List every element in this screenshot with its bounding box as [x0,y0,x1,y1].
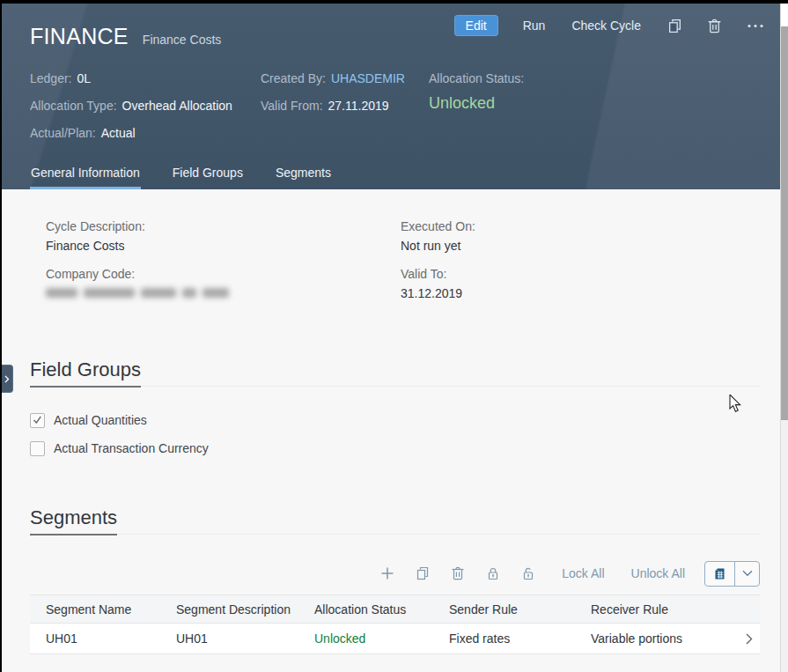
anchor-bar: General Information Field Groups Segment… [30,160,363,189]
table-view-settings-button [704,561,760,587]
edit-button[interactable]: Edit [454,15,498,36]
side-panel-expander[interactable] [2,365,13,393]
page-title: FINANCE [30,23,129,49]
scrollbar-thumb[interactable] [781,26,788,420]
page-subtitle: Finance Costs [143,33,221,47]
chevron-right-icon [4,375,10,383]
general-information-section: Cycle Description: Finance Costs Company… [46,219,475,314]
unlock-icon[interactable] [521,566,535,580]
header-actions: Edit Run Check Cycle [454,15,764,36]
segments-title: Segments [30,505,117,535]
segments-table: Segment Name Segment Description Allocat… [30,594,760,654]
segments-header: Segments [30,505,760,535]
run-button[interactable]: Run [521,15,548,36]
page-content: Cycle Description: Finance Costs Company… [2,189,780,672]
tab-general-information[interactable]: General Information [30,160,141,189]
check-cycle-button[interactable]: Check Cycle [570,15,643,36]
header-facts: Ledger:0L Allocation Type:Overhead Alloc… [30,72,524,154]
checkbox-actual-quantities[interactable]: Actual Quantities [30,413,760,427]
column-header-sender-rule[interactable]: Sender Rule [449,602,591,617]
facts-column-3: Allocation Status: Unlocked [429,72,524,154]
tab-segments[interactable]: Segments [275,160,332,189]
column-header-allocation-status[interactable]: Allocation Status [314,602,449,617]
company-code-field: Company Code: [46,267,401,298]
facts-column-2: Created By:UHASDEMIR Valid From:27.11.20… [261,72,429,154]
object-page-header: FINANCE Finance Costs Edit Run Check Cyc… [2,4,780,189]
field-groups-section: Field Groups Actual Quantities Actual Tr… [30,357,760,469]
screen-edge-top [0,0,788,4]
table-row[interactable]: UH01 UH01 Unlocked Fixed rates Variable … [30,624,760,654]
segments-toolbar: Lock All Unlock All [30,556,760,591]
gi-right-column: Executed On: Not run yet Valid To: 31.12… [401,219,475,314]
column-header-segment-description[interactable]: Segment Description [176,602,314,617]
copy-icon[interactable] [667,18,682,33]
overflow-menu-icon[interactable] [747,18,764,33]
fact-ledger: Ledger:0L [30,72,261,85]
cell-allocation-status: Unlocked [314,631,449,646]
fact-allocation-type: Allocation Type:Overhead Allocation [30,100,261,113]
table-view-icon[interactable] [705,562,735,586]
company-code-value-redacted [46,288,401,298]
cycle-description-field: Cycle Description: Finance Costs [46,219,401,253]
scrollbar-track-top [781,4,788,26]
unlock-all-button[interactable]: Unlock All [631,566,685,580]
facts-column-1: Ledger:0L Allocation Type:Overhead Alloc… [30,72,261,154]
fact-actual-plan: Actual/Plan:Actual [30,127,261,140]
created-by-link[interactable]: UHASDEMIR [331,71,405,85]
checkbox-actual-transaction-currency[interactable]: Actual Transaction Currency [30,441,760,455]
delete-icon[interactable] [451,566,465,580]
cell-segment-description: UH01 [176,631,314,646]
lock-all-button[interactable]: Lock All [562,566,604,580]
add-icon[interactable] [380,566,394,580]
allocation-status-value: Unlocked [429,93,524,113]
cell-sender-rule: Fixed rates [449,631,591,646]
chevron-down-icon[interactable] [735,562,759,586]
app-shell: FINANCE Finance Costs Edit Run Check Cyc… [2,4,780,672]
title-row: FINANCE Finance Costs [30,23,221,49]
checkbox-checked-icon[interactable] [30,413,45,428]
executed-on-field: Executed On: Not run yet [401,219,475,253]
fact-created-by: Created By:UHASDEMIR [261,72,429,85]
column-header-segment-name[interactable]: Segment Name [46,602,176,617]
cell-receiver-rule: Variable portions [591,631,739,646]
field-groups-options: Actual Quantities Actual Transaction Cur… [30,413,760,455]
copy-icon[interactable] [416,566,430,580]
segments-table-header: Segment Name Segment Description Allocat… [30,594,760,624]
fact-allocation-status: Allocation Status: [429,72,524,85]
screen-edge-left [0,0,2,672]
lock-icon[interactable] [486,566,500,580]
row-navigation-chevron-icon[interactable] [739,633,760,645]
tab-field-groups[interactable]: Field Groups [172,160,244,189]
delete-icon[interactable] [707,18,722,33]
segments-section: Segments [30,505,760,654]
gi-left-column: Cycle Description: Finance Costs Company… [46,219,401,314]
column-header-receiver-rule[interactable]: Receiver Rule [591,602,739,617]
cell-segment-name: UH01 [46,631,176,646]
field-groups-title: Field Groups [30,357,141,388]
field-groups-header: Field Groups [30,357,760,387]
vertical-scrollbar[interactable] [780,4,788,672]
valid-to-field: Valid To: 31.12.2019 [401,267,475,300]
checkbox-unchecked-icon[interactable] [30,441,45,456]
fact-valid-from: Valid From:27.11.2019 [261,100,429,113]
